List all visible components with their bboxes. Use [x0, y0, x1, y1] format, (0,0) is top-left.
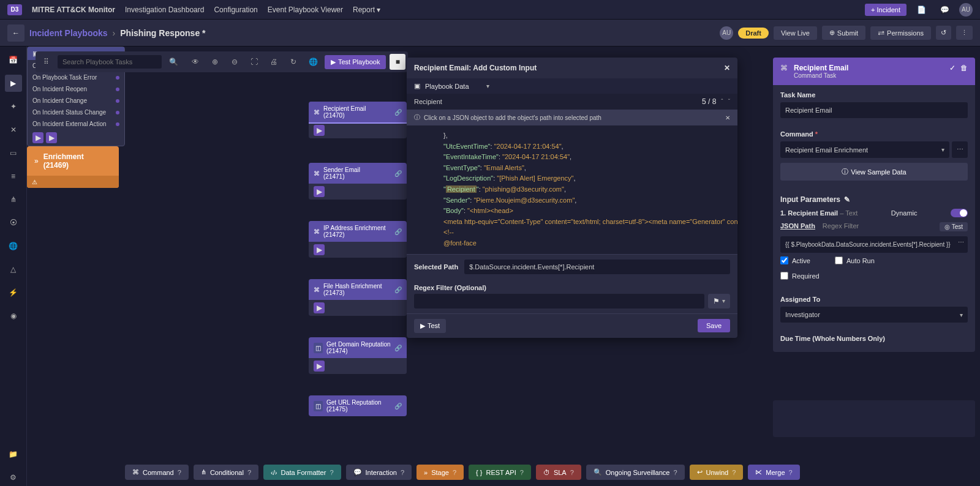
autorun-checkbox[interactable]: Auto Run [835, 256, 875, 264]
search-next-icon[interactable]: ˇ [728, 99, 730, 105]
regex-filter-input[interactable] [414, 294, 704, 308]
date-icon[interactable]: ▭ [5, 144, 22, 162]
user-avatar[interactable]: AU [959, 3, 973, 17]
expand-icon[interactable]: ⋯ [958, 239, 964, 245]
run-icon[interactable]: ▶ [32, 132, 43, 143]
permissions-button[interactable]: ⮂Permissions [870, 26, 931, 40]
trigger-item[interactable]: On Incident Reopen [28, 83, 124, 95]
palette-command[interactable]: ⌘Command? [125, 465, 189, 480]
palette-rest-api[interactable]: { }REST API? [469, 465, 531, 480]
alert-icon[interactable]: △ [5, 261, 22, 278]
save-button[interactable]: Save [698, 319, 730, 332]
fingerprint-icon[interactable]: ◉ [5, 307, 22, 324]
owner-avatar[interactable]: AU [720, 26, 733, 40]
globe-icon[interactable]: 🌐 [5, 237, 22, 255]
link-icon[interactable]: 🔗 [394, 228, 402, 235]
json-path-tab[interactable]: JSON Path [780, 222, 815, 231]
link-icon[interactable]: 🔗 [394, 286, 402, 293]
palette-conditional[interactable]: ⋔Conditional? [194, 465, 258, 480]
task-node-url-reputation[interactable]: ◫Get URL Reputation(21475)🔗 [309, 395, 407, 416]
nav-report[interactable]: Report ▾ [353, 6, 380, 14]
history-button[interactable]: ↺ [936, 26, 951, 40]
view-live-button[interactable]: View Live [774, 26, 817, 40]
palette-sla[interactable]: ⏱SLA? [536, 465, 581, 480]
trigger-item[interactable]: On Incident Status Change [28, 107, 124, 118]
more-menu-button[interactable]: ⋮ [956, 26, 973, 40]
minimap[interactable] [773, 400, 975, 437]
regex-flag-dropdown[interactable]: ⚑▾ [708, 294, 730, 308]
dynamic-toggle[interactable] [951, 209, 968, 217]
link-icon[interactable]: 🔗 [394, 403, 402, 409]
database-icon[interactable]: ≡ [5, 168, 22, 185]
palette-interaction[interactable]: 💬Interaction? [346, 465, 412, 480]
submit-button[interactable]: ⊕Submit [822, 26, 865, 40]
json-search-input[interactable] [414, 98, 697, 105]
search-input[interactable] [58, 55, 162, 69]
zoom-in-icon[interactable]: ⊕ [207, 54, 223, 70]
run-icon[interactable]: ▶ [314, 302, 325, 313]
test-chip[interactable]: ◎ Test [940, 222, 968, 231]
bolt-icon[interactable]: ⚡ [5, 284, 22, 301]
folder-icon[interactable]: 📁 [5, 446, 22, 463]
palette-surveillance[interactable]: 🔍Ongoing Surveillance? [586, 465, 685, 480]
chat-icon[interactable]: 💬 [936, 1, 953, 18]
search-icon[interactable]: 🔍 [165, 54, 181, 70]
eye-icon[interactable]: 👁 [187, 54, 203, 70]
calendar-icon[interactable]: 📅 [5, 51, 22, 69]
print-icon[interactable]: 🖨 [266, 54, 282, 70]
tools-icon[interactable]: ✕ [5, 121, 22, 138]
close-icon[interactable]: ✕ [724, 64, 730, 72]
link-icon[interactable]: 🔗 [394, 345, 402, 351]
refresh-icon[interactable]: ↻ [285, 54, 301, 70]
run-icon[interactable]: ▶ [314, 244, 325, 255]
run-icon[interactable]: ▶ [314, 125, 325, 136]
task-node-sender-email[interactable]: ⌘Sender Email(21471)🔗 ▶ [309, 163, 407, 200]
dismiss-hint-icon[interactable]: ✕ [725, 114, 730, 121]
back-button[interactable]: ← [7, 24, 24, 42]
create-incident-button[interactable]: + Incident [865, 4, 907, 16]
assigned-to-select[interactable]: Investigator▾ [780, 307, 968, 323]
run-icon[interactable]: ▶ [314, 186, 325, 197]
regex-filter-tab[interactable]: Regex Filter [823, 222, 859, 231]
task-node-ip-enrichment[interactable]: ⌘IP Address Enrichment (21472)🔗 ▶ [309, 221, 407, 258]
enrichment-stage-node[interactable]: »Enrichment(21469) ⚠ [27, 146, 119, 188]
run-icon[interactable]: ▶ [46, 132, 57, 143]
run-icon[interactable]: ▶ [314, 361, 325, 372]
test-button[interactable]: ▶Test [414, 319, 446, 333]
test-playbook-button[interactable]: ▶Test Playbook [325, 55, 386, 69]
world-icon[interactable]: 🌐 [305, 54, 321, 70]
link-icon[interactable]: 🔗 [394, 109, 402, 116]
palette-unwind[interactable]: ↩Unwind? [690, 465, 744, 480]
search-prev-icon[interactable]: ˆ [721, 99, 723, 105]
puzzle-icon[interactable]: ✦ [5, 98, 22, 115]
file-icon[interactable]: 📄 [913, 1, 930, 18]
delete-icon[interactable]: 🗑 [960, 64, 968, 72]
nav-mitre[interactable]: MITRE ATT&CK Monitor [32, 6, 115, 14]
command-select[interactable]: Recipient Email Enrichment▾ [780, 141, 949, 158]
active-checkbox[interactable]: Active [780, 256, 810, 264]
stop-icon[interactable]: ■ [390, 54, 405, 70]
zoom-out-icon[interactable]: ⊖ [227, 54, 243, 70]
playbook-canvas[interactable]: ⠿ 🔍 👁 ⊕ ⊖ ⛶ 🖨 ↻ 🌐 ▶Test Playbook ■ ▣Phis… [27, 47, 980, 486]
palette-stage[interactable]: »Stage? [417, 465, 464, 480]
breadcrumb-parent[interactable]: Incident Playbooks [29, 28, 108, 38]
task-node-file-hash[interactable]: ⌘File Hash Enrichment (21473)🔗 ▶ [309, 279, 407, 316]
trigger-item[interactable]: On Incident Change [28, 95, 124, 107]
broadcast-icon[interactable]: ⦿ [5, 214, 22, 231]
task-name-input[interactable] [780, 102, 968, 118]
command-more-icon[interactable]: ⋯ [952, 141, 968, 158]
task-node-recipient-email[interactable]: ⌘Recipient Email(21470)🔗 ▶ [309, 102, 407, 138]
task-node-domain-reputation[interactable]: ◫Get Domain Reputation (21474)🔗 ▶ [309, 337, 407, 374]
trigger-item[interactable]: On Incident External Action [28, 118, 124, 130]
nav-configuration[interactable]: Configuration [214, 6, 257, 14]
json-viewer[interactable]: }, "UtcEventTime": "2024-04-17 21:04:54"… [407, 125, 737, 254]
settings-icon[interactable]: ⚙ [5, 469, 22, 486]
view-sample-data-button[interactable]: ⓘView Sample Data [780, 163, 968, 181]
palette-data-formatter[interactable]: ‹/›Data Formatter? [263, 465, 341, 480]
palette-merge[interactable]: ⋉Merge? [748, 465, 799, 480]
fit-icon[interactable]: ⛶ [246, 54, 262, 70]
drag-handle-icon[interactable]: ⠿ [38, 54, 54, 70]
nav-investigation[interactable]: Investigation Dashboard [125, 6, 204, 14]
playbook-icon[interactable]: ▶ [5, 75, 22, 92]
trigger-item[interactable]: On Playbook Task Error [28, 72, 124, 83]
